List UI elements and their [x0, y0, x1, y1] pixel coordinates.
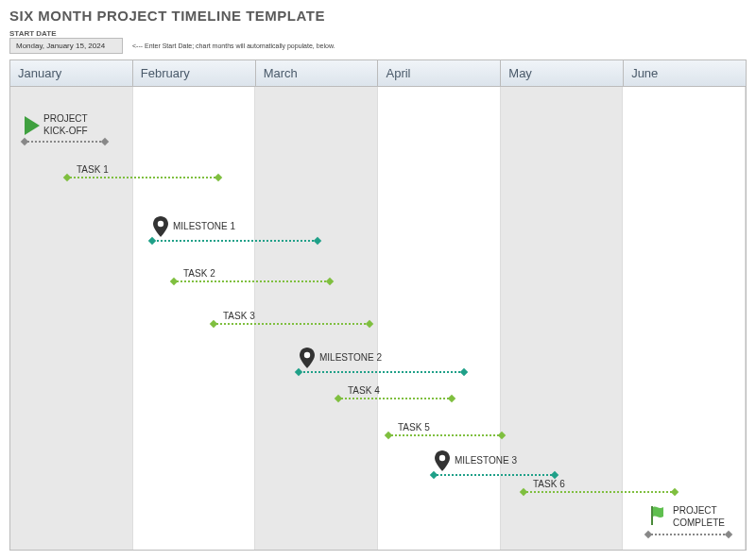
item-label: TASK 4	[348, 385, 452, 396]
item-label: TASK 2	[183, 268, 330, 279]
item-label: TASK 3	[223, 311, 369, 321]
timeline-item-milestone1: MILESTONE 1	[152, 216, 318, 242]
svg-rect-3	[651, 506, 653, 525]
timeline-item-complete: PROJECTCOMPLETE	[648, 504, 729, 535]
pin-icon	[434, 450, 451, 471]
connector	[338, 398, 452, 399]
startdate-input[interactable]: Monday, January 15, 2024	[9, 38, 123, 54]
connector	[152, 240, 318, 242]
startdate-label: START DATE	[9, 29, 747, 38]
item-label: COMPLETE	[673, 518, 725, 528]
svg-point-1	[304, 352, 310, 358]
month-header: February	[133, 60, 256, 86]
item-label: MILESTONE 1	[173, 221, 235, 231]
connector	[25, 141, 105, 143]
timeline-item-task3: TASK 3	[214, 311, 369, 325]
item-label: PROJECT	[673, 505, 725, 516]
connector	[214, 323, 369, 325]
startdate-hint: <--- Enter Start Date; chart months will…	[132, 42, 335, 49]
play-icon	[25, 116, 40, 135]
flag-icon	[648, 504, 669, 531]
items-layer: PROJECTKICK-OFFTASK 1MILESTONE 1TASK 2TA…	[10, 87, 746, 550]
connector	[174, 280, 330, 282]
month-header: May	[501, 60, 624, 86]
item-label: MILESTONE 3	[455, 455, 517, 466]
connector	[434, 474, 555, 476]
connector	[524, 491, 675, 493]
page-title: SIX MONTH PROJECT TIMELINE TEMPLATE	[9, 8, 747, 24]
svg-point-2	[439, 455, 445, 461]
svg-point-0	[158, 221, 163, 227]
pin-icon	[299, 348, 316, 368]
connector	[388, 434, 502, 436]
month-header: January	[10, 60, 133, 86]
timeline-body: PROJECTKICK-OFFTASK 1MILESTONE 1TASK 2TA…	[10, 87, 746, 550]
month-header: March	[256, 60, 379, 86]
timeline-item-milestone2: MILESTONE 2	[299, 348, 464, 373]
month-header: April	[378, 60, 501, 86]
timeline-item-task5: TASK 5	[388, 422, 502, 436]
timeline-item-task6: TASK 6	[524, 479, 675, 493]
connector	[648, 534, 729, 535]
timeline-item-milestone3: MILESTONE 3	[434, 450, 555, 476]
timeline-item-task4: TASK 4	[338, 385, 452, 399]
item-label: KICK-OFF	[43, 126, 88, 136]
timeline-item-kickoff: PROJECTKICK-OFF	[25, 113, 105, 143]
month-header-row: January February March April May June	[10, 60, 746, 87]
timeline-chart: January February March April May June PR…	[9, 59, 747, 551]
item-label: TASK 6	[533, 479, 675, 489]
startdate-section: START DATE Monday, January 15, 2024 <---…	[9, 29, 747, 54]
item-label: PROJECT	[43, 113, 88, 124]
item-label: MILESTONE 2	[319, 352, 382, 363]
pin-icon	[152, 216, 169, 237]
item-label: TASK 5	[398, 422, 502, 433]
connector	[299, 371, 464, 373]
month-header: June	[624, 60, 746, 86]
item-label: TASK 1	[77, 164, 218, 175]
timeline-item-task2: TASK 2	[174, 268, 330, 282]
connector	[67, 177, 218, 178]
timeline-item-task1: TASK 1	[67, 164, 218, 178]
